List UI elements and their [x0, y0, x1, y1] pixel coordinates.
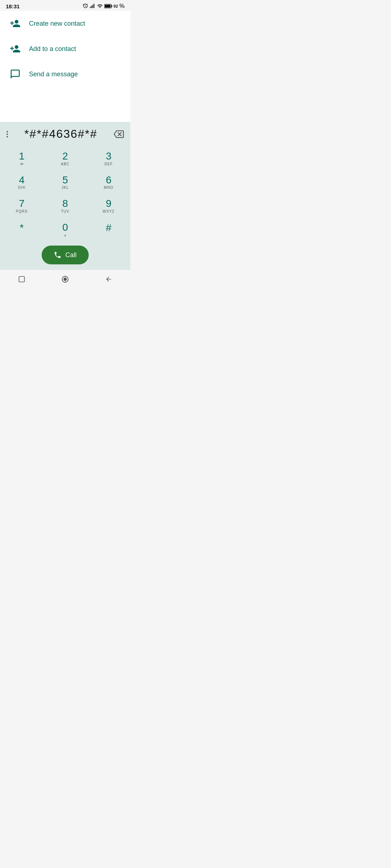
message-icon [9, 69, 22, 80]
svg-rect-3 [93, 4, 94, 8]
send-message-label: Send a message [29, 71, 78, 78]
dialer-top-row: *#*#4636#*# [0, 122, 130, 146]
call-button[interactable]: Call [42, 246, 89, 264]
backspace-icon [114, 129, 124, 139]
page: 18:31 92 % [0, 0, 130, 289]
phone-icon [54, 251, 62, 259]
svg-point-9 [64, 278, 66, 280]
svg-rect-2 [92, 5, 93, 8]
dialer-section: *#*#4636#*# 1 ✉ 2 ABC 3 DEF [0, 122, 130, 269]
battery-icon [104, 4, 112, 8]
key-1[interactable]: 1 ✉ [0, 146, 43, 170]
svg-rect-1 [91, 6, 92, 8]
key-3[interactable]: 3 DEF [87, 146, 130, 170]
status-time: 18:31 [6, 3, 20, 9]
backspace-button[interactable] [111, 126, 127, 142]
wifi-icon [97, 3, 103, 9]
square-icon [18, 276, 25, 283]
nav-bar [0, 269, 130, 289]
person-add-icon-1 [9, 18, 22, 29]
home-button[interactable] [59, 273, 72, 286]
svg-rect-0 [90, 7, 91, 8]
top-menu-area: Create new contact Add to a contact Send… [0, 11, 130, 122]
svg-rect-5 [111, 5, 112, 7]
back-icon [105, 276, 112, 283]
recents-button[interactable] [15, 273, 28, 286]
dialpad: 1 ✉ 2 ABC 3 DEF 4 GHI 5 JKL 6 MNO [0, 146, 130, 242]
person-add-icon-2 [9, 43, 22, 54]
key-7[interactable]: 7 PQRS [0, 194, 43, 218]
svg-rect-7 [19, 277, 25, 282]
overflow-menu-button[interactable] [4, 128, 11, 140]
send-message-item[interactable]: Send a message [0, 61, 130, 87]
alarm-icon [83, 3, 88, 9]
key-5[interactable]: 5 JKL [43, 170, 87, 194]
back-button[interactable] [102, 273, 115, 286]
key-2[interactable]: 2 ABC [43, 146, 87, 170]
signal-icon [90, 3, 96, 9]
status-bar: 18:31 92 % [0, 0, 130, 11]
call-button-label: Call [65, 251, 76, 259]
add-to-contact-label: Add to a contact [29, 45, 76, 53]
key-8[interactable]: 8 TUV [43, 194, 87, 218]
status-icons: 92 % [83, 3, 125, 9]
circle-icon [61, 275, 69, 283]
key-4[interactable]: 4 GHI [0, 170, 43, 194]
key-6[interactable]: 6 MNO [87, 170, 130, 194]
call-row: Call [0, 242, 130, 269]
battery-level: 92 [114, 4, 118, 8]
add-to-contact-item[interactable]: Add to a contact [0, 36, 130, 61]
create-new-contact-label: Create new contact [29, 20, 85, 27]
create-new-contact-item[interactable]: Create new contact [0, 11, 130, 36]
dialer-input[interactable]: *#*#4636#*# [13, 127, 109, 141]
key-hash[interactable]: # [87, 218, 130, 242]
key-0[interactable]: 0 + [43, 218, 87, 242]
key-star[interactable]: * [0, 218, 43, 242]
key-9[interactable]: 9 WXYZ [87, 194, 130, 218]
svg-rect-6 [105, 5, 110, 8]
